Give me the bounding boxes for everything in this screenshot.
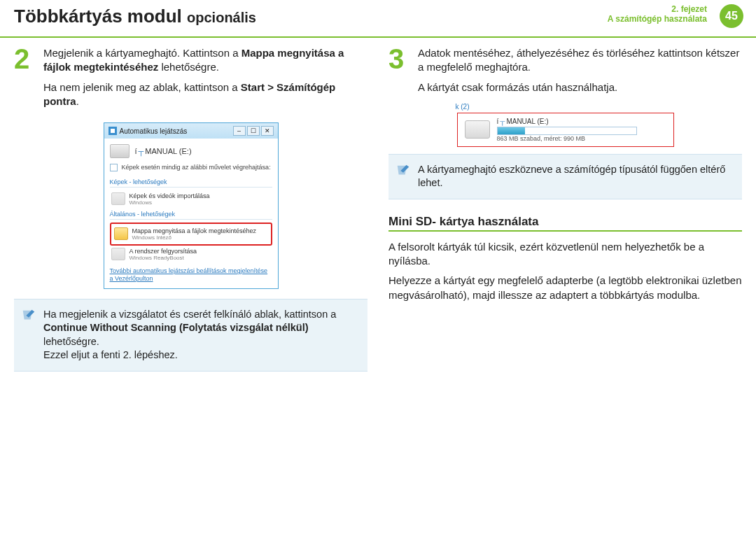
option-readyboost[interactable]: A rendszer felgyorsításaWindows ReadyBoo… [110,246,272,263]
step2-text1: Megjelenik a kártyameghajtó. Kattintson … [43,46,368,75]
note-scan: Ha megjelenik a vizsgálatot és cserét fe… [14,299,368,372]
step3-text2: A kártyát csak formázás után használhatj… [418,80,742,94]
note-icon [21,308,36,323]
page-number-badge: 45 [720,4,743,28]
drive-name: í ┬MANUAL (E:) [497,118,637,125]
chapter-label: 2. fejezet A számítógép használata [608,4,707,24]
title-sub: opcionális [187,10,256,25]
drive-label: í ┬MANUAL (E:) [135,147,192,155]
right-column: 3 Adatok mentéséhez, áthelyezéséhez és t… [388,46,742,379]
autoplay-title: Automatikus lejátszás [120,127,188,135]
always-label: Képek esetén mindig az alábbi művelet vé… [122,164,271,171]
autoplay-titlebar: Automatikus lejátszás – ☐ ✕ [104,123,278,139]
folder-icon [114,227,128,240]
step-number-2: 2 [14,46,35,114]
option-import[interactable]: Képek és videók importálásaWindows [110,190,272,208]
drive-icon [110,144,130,158]
page-header: Többkártyás modul opcionális 2. fejezet … [0,0,756,34]
capacity-bar [497,127,637,135]
left-column: 2 Megjelenik a kártyameghajtó. Kattintso… [14,46,368,379]
maximize-button[interactable]: ☐ [247,126,260,136]
section-images: Képek - lehetőségek [110,178,272,185]
hdd-icon [465,120,490,139]
more-options-link[interactable]: További automatikus lejátszási beállítás… [110,267,272,283]
heading-underline [388,230,742,232]
svg-rect-1 [111,129,115,133]
mini-sd-p2: Helyezze a kártyát egy megfelelő adapter… [388,274,742,302]
step3-text1: Adatok mentéséhez, áthelyezéséhez és tör… [418,46,742,75]
highlighted-option: Mappa megnyitása a fájlok megtekintéséhe… [110,223,272,246]
note-text2: Ezzel eljut a fenti 2. lépéshez. [43,348,358,362]
note-icon [396,163,411,178]
speed-icon [111,248,125,260]
always-checkbox[interactable] [110,164,118,171]
close-button[interactable]: ✕ [261,126,274,136]
note-drivename-text: A kártyameghajtó eszközneve a számítógép… [418,163,732,190]
drive-box: í ┬MANUAL (E:) 863 MB szabad, méret: 990… [457,113,674,147]
step2-text2: Ha nem jelenik meg az ablak, kattintson … [43,80,368,109]
autoplay-icon [108,127,117,135]
header-divider [0,36,756,38]
drive-caption: k (2) [456,103,470,111]
section-general: Általános - lehetőségek [110,211,272,218]
chapter-line1: 2. fejezet [608,4,707,14]
note-text1: Ha megjelenik a vizsgálatot és cserét fe… [43,308,358,349]
chapter-line2: A számítógép használata [608,14,707,24]
title-main: Többkártyás modul [14,6,182,27]
option-open-folder[interactable]: Mappa megnyitása a fájlok megtekintéséhe… [113,225,270,243]
mini-sd-p1: A felsorolt kártyák túl kicsik, ezért kö… [388,240,742,269]
autoplay-window: Automatikus lejátszás – ☐ ✕ í ┬MANUAL (E… [104,122,279,289]
camera-icon [111,192,125,205]
mini-sd-heading: Mini SD- kártya használata [388,215,742,229]
step-number-3: 3 [388,46,410,100]
minimize-button[interactable]: – [233,126,246,136]
page-title: Többkártyás modul opcionális [14,6,256,27]
note-drivename: A kártyameghajtó eszközneve a számítógép… [388,154,742,199]
drive-capacity: 863 MB szabad, méret: 990 MB [497,135,637,142]
